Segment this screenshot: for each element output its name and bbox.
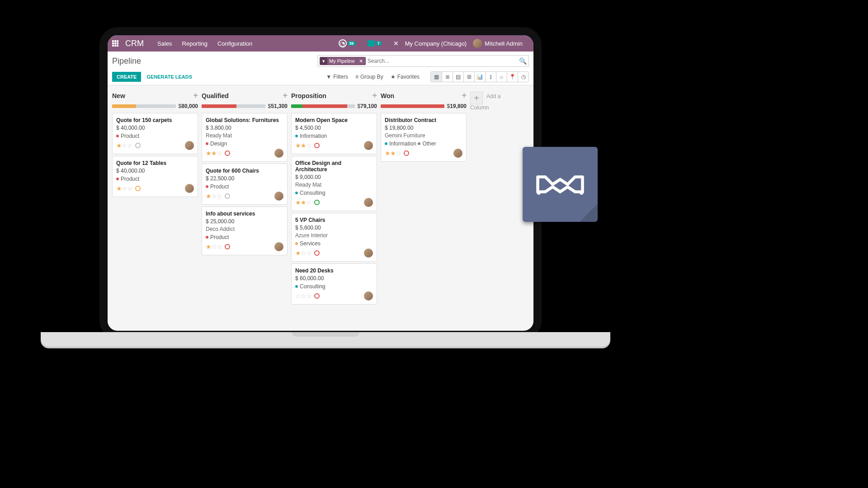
groupby-button[interactable]: ≡Group By [355,74,383,80]
kanban-card[interactable]: Need 20 Desks$ 60,000.00Consulting☆☆☆ [291,263,377,305]
activity-ring-icon[interactable] [135,143,141,148]
handshake-icon [535,169,585,200]
assignee-avatar[interactable] [364,141,373,150]
messages-indicator[interactable]: 7 [368,40,387,47]
debug-icon[interactable]: ✕ [393,40,399,47]
activity-ring-icon[interactable] [404,150,409,156]
add-column[interactable]: +Add a Column [470,90,520,326]
assignee-avatar[interactable] [185,141,194,150]
activity-ring-icon[interactable] [225,244,230,249]
priority-stars[interactable]: ★★☆ [206,150,222,157]
company-switcher[interactable]: My Company (Chicago) [405,40,467,47]
calendar-view-icon[interactable]: ▤ [453,72,463,82]
nav-configuration[interactable]: Configuration [217,40,252,47]
create-button[interactable]: CREATE [112,72,141,82]
assignee-avatar[interactable] [185,184,194,193]
kanban-card[interactable]: Distributor Contract$ 19,800.00Gemini Fu… [381,113,467,162]
search-box[interactable]: ▾ My Pipeline ✕ 🔍 [317,55,529,67]
brand-label[interactable]: CRM [125,39,144,48]
filters-button[interactable]: ▼Filters [326,74,348,80]
kanban-card[interactable]: Quote for 600 Chairs$ 22,500.00Product★☆… [202,164,288,205]
assignee-avatar[interactable] [274,149,283,158]
list-view-icon[interactable]: ≣ [442,72,453,82]
activity-ring-icon[interactable] [225,150,230,156]
column-title: Proposition [291,92,326,99]
pivot-view-icon[interactable]: ⊞ [463,72,474,82]
card-tags: Design [206,140,283,147]
activity-ring-icon[interactable] [314,250,320,256]
card-amount: $ 9,000.00 [295,174,373,180]
card-tags: Information Other [385,140,462,147]
tag: Design [206,141,227,147]
kanban-card[interactable]: Quote for 150 carpets$ 40,000.00Product★… [112,113,198,154]
card-tags: Consulting [295,283,373,290]
kanban-board: New+$80,000Quote for 150 carpets$ 40,000… [108,85,533,330]
column-title: Qualified [202,92,229,99]
column-total: $19,800 [447,103,467,109]
remove-filter-icon[interactable]: ✕ [358,58,364,64]
funnel-icon: ▼ [326,74,331,80]
filter-chip-label: My Pipeline [329,58,355,64]
assignee-avatar[interactable] [364,291,373,300]
assignee-avatar[interactable] [274,242,283,251]
page-title: Pipeline [112,56,141,66]
card-amount: $ 4,500.00 [295,125,373,131]
user-menu[interactable]: Mitchell Admin [473,39,523,48]
priority-stars[interactable]: ★☆☆ [295,249,311,257]
priority-stars[interactable]: ★☆☆ [116,142,132,149]
card-title: 5 VP Chairs [295,217,373,223]
nav-reporting[interactable]: Reporting [182,40,208,47]
map-view-icon[interactable]: 📍 [507,72,518,82]
card-title: Quote for 12 Tables [116,160,194,166]
kanban-card[interactable]: 5 VP Chairs$ 5,600.00Azure InteriorServi… [291,213,377,262]
kanban-card[interactable]: Office Design and Architecture$ 9,000.00… [291,156,377,211]
activity-ring-icon[interactable] [314,200,320,205]
svg-point-1 [580,191,584,195]
activity-ring-icon[interactable] [225,193,230,199]
assignee-avatar[interactable] [364,249,373,258]
kanban-card[interactable]: Global Solutions: Furnitures$ 3,800.00Re… [202,113,288,162]
search-input[interactable] [368,58,519,64]
column-progress [381,104,444,108]
priority-stars[interactable]: ★☆☆ [116,185,132,192]
assignee-avatar[interactable] [364,198,373,207]
add-card-icon[interactable]: + [462,91,467,100]
activity-view-icon[interactable]: ◷ [518,72,528,82]
add-card-icon[interactable]: + [283,91,288,100]
priority-stars[interactable]: ☆☆☆ [295,292,311,300]
priority-stars[interactable]: ★☆☆ [206,192,222,200]
graph-view-icon[interactable]: 📊 [474,72,485,82]
add-card-icon[interactable]: + [372,91,377,100]
assignee-avatar[interactable] [453,149,462,158]
priority-stars[interactable]: ★★☆ [295,142,311,149]
card-title: Info about services [206,211,283,217]
tag: Product [116,176,139,182]
priority-stars[interactable]: ★★☆ [295,199,311,206]
activity-ring-icon[interactable] [135,186,141,191]
assignee-avatar[interactable] [274,192,283,201]
apps-icon[interactable] [112,40,119,47]
generate-leads-button[interactable]: GENERATE LEADS [146,74,192,80]
column-progress [112,104,176,108]
activity-ring-icon[interactable] [314,143,320,148]
card-customer: Gemini Furniture [385,132,462,139]
kanban-card[interactable]: Modern Open Space$ 4,500.00Information★★… [291,113,377,154]
cohort-view-icon[interactable]: ⫿ [485,72,496,82]
search-icon[interactable]: 🔍 [519,57,527,65]
tag: Product [116,133,139,139]
kanban-view-icon[interactable]: ▦ [431,72,442,82]
favorites-button[interactable]: ★Favorites [391,74,420,80]
dashboard-view-icon[interactable]: ⌕ [496,72,507,82]
priority-stars[interactable]: ★☆☆ [206,243,222,250]
add-card-icon[interactable]: + [193,91,198,100]
tag: Other [418,141,436,147]
kanban-card[interactable]: Quote for 12 Tables$ 40,000.00Product★☆☆ [112,156,198,197]
filter-chip[interactable]: ▾ My Pipeline ✕ [320,57,366,65]
activity-indicator[interactable]: ◔36 [339,39,361,47]
priority-stars[interactable]: ★★☆ [385,150,401,157]
kanban-card[interactable]: Info about services$ 25,000.00Deco Addic… [202,206,288,255]
nav-sales[interactable]: Sales [157,40,172,47]
column-title: New [112,92,125,99]
card-tags: Consulting [295,189,373,196]
activity-ring-icon[interactable] [314,293,320,299]
